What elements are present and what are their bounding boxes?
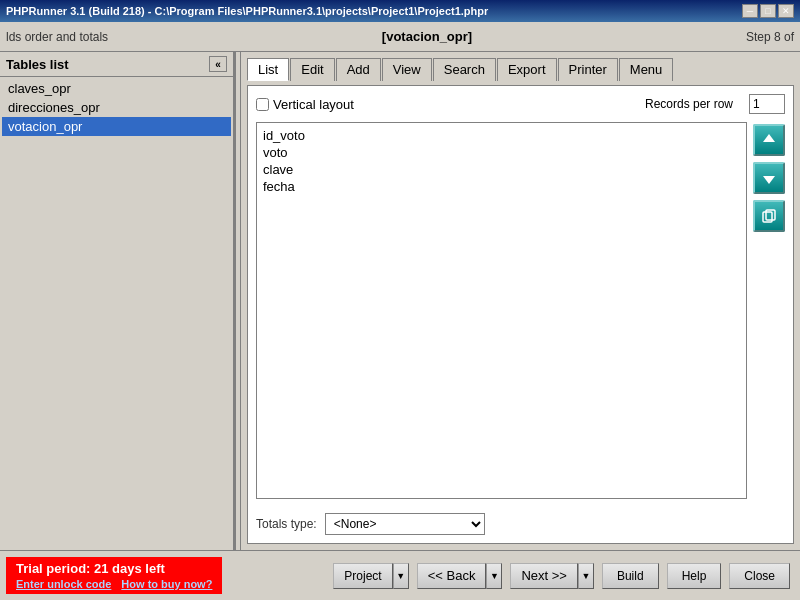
tab-menu[interactable]: Menu xyxy=(619,58,674,81)
project-button[interactable]: Project xyxy=(333,563,392,589)
field-item-id-voto[interactable]: id_voto xyxy=(261,127,742,144)
svg-marker-1 xyxy=(763,176,775,184)
next-button-group: Next >> ▼ xyxy=(510,563,594,589)
right-panel: List Edit Add View Search Export xyxy=(241,52,800,550)
field-item-fecha[interactable]: fecha xyxy=(261,178,742,195)
help-button[interactable]: Help xyxy=(667,563,722,589)
back-button[interactable]: << Back xyxy=(417,563,487,589)
vertical-layout-option[interactable]: Vertical layout xyxy=(256,97,354,112)
project-dropdown-button[interactable]: ▼ xyxy=(393,563,409,589)
copy-button[interactable] xyxy=(753,200,785,232)
top-bar: lds order and totals [votacion_opr] Step… xyxy=(0,22,800,52)
build-button[interactable]: Build xyxy=(602,563,659,589)
tab-edit[interactable]: Edit xyxy=(290,58,334,81)
close-window-button[interactable]: ✕ xyxy=(778,4,794,18)
maximize-button[interactable]: □ xyxy=(760,4,776,18)
step-indicator: Step 8 of xyxy=(746,30,794,44)
move-down-button[interactable] xyxy=(753,162,785,194)
fields-list: id_voto voto clave fecha xyxy=(256,122,747,499)
back-button-group: << Back ▼ xyxy=(417,563,503,589)
tab-add[interactable]: Add xyxy=(336,58,381,81)
unlock-code-link[interactable]: Enter unlock code xyxy=(16,578,111,590)
title-bar: PHPRunner 3.1 (Build 218) - C:\Program F… xyxy=(0,0,800,22)
sidebar-collapse-button[interactable]: « xyxy=(209,56,227,72)
totals-type-label: Totals type: xyxy=(256,517,317,531)
field-item-clave[interactable]: clave xyxy=(261,161,742,178)
tab-list[interactable]: List xyxy=(247,58,289,81)
next-button[interactable]: Next >> xyxy=(510,563,578,589)
main-container: lds order and totals [votacion_opr] Step… xyxy=(0,22,800,600)
bottom-bar: Trial period: 21 days left Enter unlock … xyxy=(0,550,800,600)
table-name: [votacion_opr] xyxy=(108,29,746,44)
action-buttons xyxy=(753,122,785,499)
sidebar: Tables list « claves_opr direcciones_opr… xyxy=(0,52,235,550)
tab-view[interactable]: View xyxy=(382,58,432,81)
project-button-group: Project ▼ xyxy=(333,563,408,589)
title-bar-text: PHPRunner 3.1 (Build 218) - C:\Program F… xyxy=(6,5,488,17)
trial-text: Trial period: 21 days left xyxy=(16,561,165,576)
sidebar-header: Tables list « xyxy=(0,52,233,77)
fields-container: id_voto voto clave fecha xyxy=(256,122,785,499)
records-per-row-input[interactable] xyxy=(749,94,785,114)
vertical-layout-checkbox[interactable] xyxy=(256,98,269,111)
tables-list-label: Tables list xyxy=(6,57,69,72)
sidebar-items: claves_opr direcciones_opr votacion_opr xyxy=(0,77,233,550)
totals-row: Totals type: <None> Sum Average Count xyxy=(256,507,785,535)
sidebar-item-claves[interactable]: claves_opr xyxy=(2,79,231,98)
tab-content: Vertical layout Records per row id_voto … xyxy=(247,85,794,544)
next-dropdown-button[interactable]: ▼ xyxy=(578,563,594,589)
tab-bar: List Edit Add View Search Export xyxy=(247,58,794,81)
totals-type-select[interactable]: <None> Sum Average Count xyxy=(325,513,485,535)
tab-search[interactable]: Search xyxy=(433,58,496,81)
move-up-button[interactable] xyxy=(753,124,785,156)
content-area: Tables list « claves_opr direcciones_opr… xyxy=(0,52,800,550)
trial-info: Trial period: 21 days left Enter unlock … xyxy=(6,557,222,594)
tab-export[interactable]: Export xyxy=(497,58,557,81)
options-row: Vertical layout Records per row xyxy=(256,94,785,114)
step-description: lds order and totals xyxy=(6,30,108,44)
svg-marker-0 xyxy=(763,134,775,142)
sidebar-item-direcciones[interactable]: direcciones_opr xyxy=(2,98,231,117)
close-button[interactable]: Close xyxy=(729,563,790,589)
sidebar-item-votacion[interactable]: votacion_opr xyxy=(2,117,231,136)
back-dropdown-button[interactable]: ▼ xyxy=(486,563,502,589)
field-item-voto[interactable]: voto xyxy=(261,144,742,161)
how-to-buy-link[interactable]: How to buy now? xyxy=(121,578,212,590)
minimize-button[interactable]: ─ xyxy=(742,4,758,18)
tab-printer[interactable]: Printer xyxy=(558,58,618,81)
title-bar-buttons: ─ □ ✕ xyxy=(742,4,794,18)
trial-links: Enter unlock code How to buy now? xyxy=(16,578,212,590)
records-per-row-label: Records per row xyxy=(645,97,733,111)
